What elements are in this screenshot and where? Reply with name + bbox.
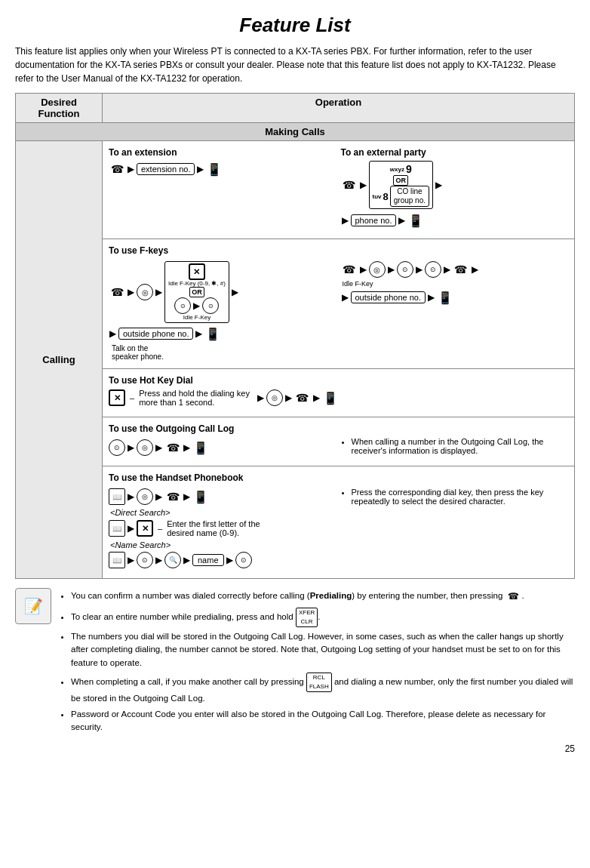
book-icon3: 📖 — [109, 552, 125, 568]
arrowNS4: ▶ — [226, 555, 233, 565]
fkeys-right-row1: ☎ ▶ ◎ ▶ ⊙ ▶ ⊙ ▶ ☎ ▶ — [341, 261, 569, 278]
fkeys-right-row2: ▶ outside phone no. ▶ 📱 — [341, 289, 569, 306]
arrowFR3: ▶ — [416, 264, 423, 275]
idle-fkey-group1: ✕ Idle F-Key (0-9, ✱, #) OR ⊙ ▶ ⊙ — [164, 261, 229, 323]
direct-search-row: 📖 ▶ ✕ – Enter the first letter of thedes… — [109, 519, 336, 537]
name-search-row: 📖 ▶ ⊙ ▶ 🔍 ▶ name ▶ ⊙ — [109, 552, 336, 568]
wireless-icon6: 📱 — [192, 439, 209, 456]
co-line-btn: CO line group no. — [390, 186, 429, 207]
phonebook-main-row: 📖 ▶ ◎ ▶ ☎ ▶ 📱 — [109, 488, 336, 505]
outgoing-note-item: When calling a number in the Outgoing Ca… — [352, 437, 569, 455]
log-icon1: ⊙ — [109, 439, 125, 456]
fkeys-cell: To use F-keys ☎ ▶ ◎ ▶ — [103, 239, 575, 369]
dash1: – — [130, 393, 134, 402]
arrowFR5: ▶ — [472, 264, 478, 275]
idle-fkey-label2: Idle F-Key — [183, 314, 210, 321]
note-2: To clear an entire number while prediali… — [71, 608, 575, 627]
name-btn: name — [192, 554, 224, 566]
handset-icon3: ☎ — [109, 284, 125, 300]
note-1: You can confirm a number was dialed corr… — [71, 588, 575, 605]
col1-header: Desired Function — [16, 94, 103, 123]
direct-search-label: <Direct Search> — [110, 508, 336, 517]
arrowF5: ▶ — [109, 328, 116, 339]
phone-no-row: ▶ phone no. ▶ 📱 — [341, 212, 569, 229]
pb-icon1: ◎ — [137, 488, 153, 505]
arrowFR6: ▶ — [342, 292, 349, 303]
or-badge: OR — [393, 175, 408, 186]
phonebook-title: To use the Handset Phonebook — [109, 472, 568, 483]
arrow6: ▶ — [398, 215, 405, 226]
arrowF6: ▶ — [195, 328, 202, 339]
wireless-icon5: 📱 — [322, 389, 339, 406]
outgoing-cell: To use the Outgoing Call Log ⊙ ▶ ◎ ▶ ☎ ▶… — [103, 417, 575, 466]
arrowF2: ▶ — [155, 287, 162, 297]
ns-icon1: ⊙ — [137, 552, 153, 568]
circle-icon2: ◎ — [369, 261, 386, 278]
arrowO3: ▶ — [183, 442, 190, 453]
note-5: Password or Account Code you enter will … — [71, 708, 575, 734]
handset-icon4: ☎ — [341, 261, 358, 278]
notes-icon: 📝 — [15, 588, 51, 624]
nav-icon3: ⊙ — [397, 261, 413, 278]
xfer-clr-badge: XFERCLR — [296, 608, 318, 627]
note-4: When completing a call, if you make anot… — [71, 673, 575, 705]
col2-header: Operation — [103, 94, 575, 123]
fkey-nav-group: ⊙ ▶ ⊙ — [174, 297, 219, 314]
handset-icon7: ☎ — [164, 439, 181, 456]
handset-icon5: ☎ — [453, 261, 469, 278]
outside-phone-no1: outside phone no. — [118, 328, 193, 340]
extension-row: ☎ ▶ extension no. ▶ 📱 — [109, 161, 336, 177]
handset-icon: ☎ — [109, 161, 125, 177]
arrow4: ▶ — [435, 180, 442, 190]
feature-table: Desired Function Operation Making Calls … — [15, 93, 575, 579]
arrowF3: ▶ — [193, 300, 200, 311]
rcl-flash-badge: RCLFLASH — [306, 673, 332, 692]
calling-label: Calling — [16, 141, 103, 579]
arrowH3: ▶ — [313, 392, 320, 403]
nav-icon2: ⊙ — [202, 297, 219, 314]
arrowF4: ▶ — [232, 287, 238, 297]
log-icon2: ◎ — [137, 439, 153, 456]
phonebook-cell: To use the Handset Phonebook 📖 ▶ ◎ ▶ ☎ ▶… — [103, 466, 575, 579]
extension-external-cell: To an extension ☎ ▶ extension no. ▶ 📱 — [103, 141, 575, 239]
to-extension-title: To an extension — [109, 147, 336, 158]
dash2: – — [158, 524, 162, 533]
arrowO2: ▶ — [155, 442, 162, 453]
x-key1: ✕ — [189, 263, 205, 280]
wireless-icon7: 📱 — [192, 488, 209, 505]
tuv8-co-group: tuv 8 CO line group no. — [373, 186, 430, 207]
arrowFR1: ▶ — [360, 264, 367, 275]
book-icon1: 📖 — [109, 488, 125, 505]
wxyz9-group: wxyz 9 — [390, 163, 412, 175]
fkeys-title: To use F-keys — [109, 245, 568, 256]
hotkey-desc: Press and hold the dialing keymore than … — [139, 389, 250, 407]
fkeys-row2: ▶ outside phone no. ▶ 📱 — [109, 325, 336, 342]
outgoing-icons-row: ⊙ ▶ ◎ ▶ ☎ ▶ 📱 — [109, 439, 336, 456]
handset-icon6: ☎ — [294, 389, 311, 406]
talk-speaker-note: Talk on thespeaker phone. — [112, 344, 336, 361]
arrow1: ▶ — [128, 164, 134, 174]
extension-no-btn: extension no. — [137, 163, 195, 175]
page-number: 25 — [15, 743, 575, 754]
arrowFR4: ▶ — [444, 264, 450, 275]
arrowH2: ▶ — [285, 392, 292, 403]
hotkey-title: To use Hot Key Dial — [109, 375, 568, 386]
phonebook-note-list: Press the corresponding dial key, then p… — [341, 488, 569, 506]
book-icon2: 📖 — [109, 520, 125, 537]
hotkey-cell: To use Hot Key Dial ✕ – Press and hold t… — [103, 369, 575, 417]
phonebook-note-item: Press the corresponding dial key, then p… — [352, 488, 569, 506]
circle-icon1: ◎ — [137, 284, 153, 300]
nav-icon4: ⊙ — [425, 261, 441, 278]
phone-icon-note: ☎ — [505, 588, 522, 605]
ns-icon2: ⊙ — [235, 552, 252, 568]
wireless-icon1: 📱 — [206, 161, 223, 177]
note-3: The numbers you dial will be stored in t… — [71, 630, 575, 669]
arrowNS2: ▶ — [155, 555, 162, 565]
outgoing-note-list: When calling a number in the Outgoing Ca… — [341, 437, 569, 455]
outgoing-title: To use the Outgoing Call Log — [109, 423, 568, 434]
idle-fkey-label-right: Idle F-Key — [343, 280, 569, 288]
or2: OR — [189, 287, 204, 297]
wireless-icon2: 📱 — [407, 212, 424, 229]
handset-icon2: ☎ — [341, 177, 358, 193]
handset-icon8: ☎ — [164, 488, 181, 505]
